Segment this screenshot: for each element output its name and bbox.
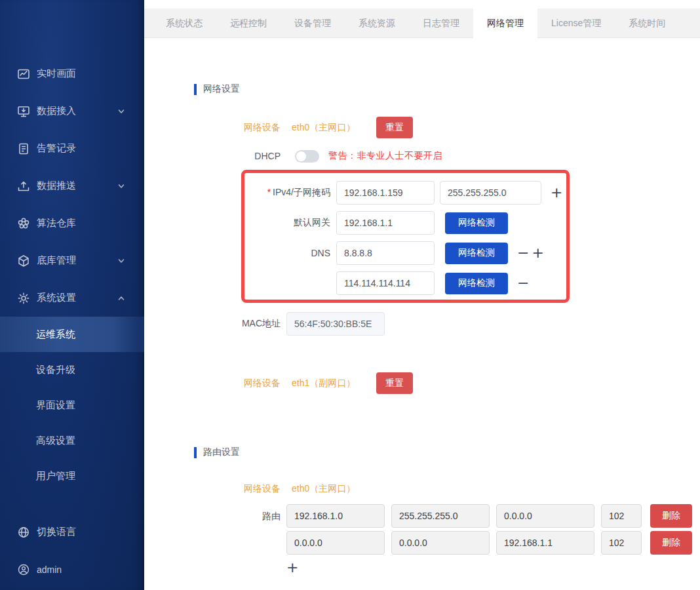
routing-device-value: eth0（主网口） bbox=[292, 483, 355, 495]
sidebar-item-label: 算法仓库 bbox=[37, 217, 76, 229]
sidebar-item-label: 实时画面 bbox=[37, 68, 76, 80]
sidebar-subitem-device-upgrade[interactable]: 设备升级 bbox=[0, 352, 144, 387]
tab-log-management[interactable]: 日志管理 bbox=[409, 9, 473, 37]
route1-metric-input[interactable] bbox=[601, 504, 642, 528]
route1-destination-input[interactable] bbox=[286, 504, 385, 528]
remove-dns2-icon[interactable]: − bbox=[517, 276, 529, 290]
sidebar-item-algorithm-repo[interactable]: 算法仓库 bbox=[0, 205, 144, 242]
annotation-highlight-box: *IPv4/子网掩码 + 默认网关 网络检测 DNS 网络检测 − + 网络检测 bbox=[241, 170, 570, 303]
sidebar-item-realtime[interactable]: 实时画面 bbox=[0, 55, 144, 92]
add-ip-icon[interactable]: + bbox=[551, 186, 562, 200]
section-title-accent-bar bbox=[194, 84, 197, 95]
sidebar-subitem-ui-settings[interactable]: 界面设置 bbox=[0, 387, 144, 423]
device-label: 网络设备 bbox=[194, 483, 281, 495]
section-title-accent-bar bbox=[194, 447, 197, 458]
mac-address-input bbox=[286, 312, 385, 336]
sidebar-subitem-label: 运维系统 bbox=[36, 328, 75, 341]
dns2-input[interactable] bbox=[336, 271, 435, 295]
sidebar-item-switch-language[interactable]: 切换语言 bbox=[0, 513, 144, 551]
tab-remote-control[interactable]: 远程控制 bbox=[216, 9, 281, 37]
chevron-down-icon bbox=[117, 182, 126, 191]
alarm-records-icon bbox=[17, 142, 30, 155]
sidebar-item-data-access[interactable]: 数据接入 bbox=[0, 92, 144, 130]
dns1-input[interactable] bbox=[336, 241, 435, 265]
sidebar-item-base-library[interactable]: 底库管理 bbox=[0, 242, 144, 279]
route-row-2: 删除 bbox=[286, 531, 692, 555]
globe-icon bbox=[17, 526, 30, 539]
gateway-label: 默认网关 bbox=[244, 217, 330, 229]
sidebar-item-label: 底库管理 bbox=[37, 254, 76, 267]
settings-gear-icon bbox=[17, 292, 30, 305]
route-label: 路由 bbox=[194, 504, 281, 528]
mac-row: MAC地址 bbox=[194, 312, 700, 336]
dns1-network-detect-button[interactable]: 网络检测 bbox=[445, 243, 508, 264]
sidebar-item-label: 系统设置 bbox=[37, 292, 76, 304]
route2-delete-button[interactable]: 删除 bbox=[650, 531, 692, 555]
eth1-reset-button[interactable]: 重置 bbox=[376, 372, 413, 394]
sidebar-subitem-label: 高级设置 bbox=[36, 435, 75, 447]
route1-delete-button[interactable]: 删除 bbox=[650, 504, 692, 528]
tab-bar: 系统状态 远程控制 设备管理 系统资源 日志管理 网络管理 License管理 … bbox=[144, 9, 700, 38]
tab-system-time[interactable]: 系统时间 bbox=[615, 9, 679, 37]
eth0-device-value: eth0（主网口） bbox=[292, 122, 355, 134]
required-asterisk: * bbox=[267, 187, 271, 197]
ipv4-row: *IPv4/子网掩码 + bbox=[244, 181, 566, 205]
chevron-down-icon bbox=[117, 256, 126, 266]
ipv4-label: *IPv4/子网掩码 bbox=[244, 187, 330, 199]
sidebar-item-label: 切换语言 bbox=[37, 526, 76, 538]
eth0-device-row: 网络设备 eth0（主网口） 重置 bbox=[194, 117, 700, 138]
tab-device-management[interactable]: 设备管理 bbox=[281, 9, 345, 37]
route1-gateway-input[interactable] bbox=[496, 504, 594, 528]
ipv4-address-input[interactable] bbox=[336, 181, 435, 205]
gateway-network-detect-button[interactable]: 网络检测 bbox=[445, 212, 508, 234]
main-area: 系统状态 远程控制 设备管理 系统资源 日志管理 网络管理 License管理 … bbox=[144, 0, 700, 590]
sidebar-item-data-push[interactable]: 数据推送 bbox=[0, 167, 144, 205]
tab-license-management[interactable]: License管理 bbox=[537, 9, 615, 37]
sidebar-subitem-user-management[interactable]: 用户管理 bbox=[0, 458, 144, 494]
eth0-reset-button[interactable]: 重置 bbox=[376, 117, 413, 138]
route2-destination-input[interactable] bbox=[286, 531, 385, 555]
chevron-down-icon bbox=[117, 107, 126, 116]
sidebar-subitem-advanced-settings[interactable]: 高级设置 bbox=[0, 423, 144, 458]
device-label: 网络设备 bbox=[194, 122, 281, 134]
section-title-text: 路由设置 bbox=[203, 446, 240, 458]
tab-system-resources[interactable]: 系统资源 bbox=[345, 9, 409, 37]
route-table: 路由 删除 删除 bbox=[194, 504, 700, 555]
top-gap bbox=[144, 0, 700, 9]
eth1-device-value: eth1（副网口） bbox=[292, 378, 355, 389]
remove-dns-icon[interactable]: − bbox=[517, 246, 529, 260]
route1-mask-input[interactable] bbox=[391, 504, 490, 528]
sidebar-item-alarm-records[interactable]: 告警记录 bbox=[0, 130, 144, 167]
route2-mask-input[interactable] bbox=[391, 531, 490, 555]
gateway-input[interactable] bbox=[336, 211, 435, 235]
sidebar-subitem-ops-system[interactable]: 运维系统 bbox=[0, 317, 144, 352]
tab-system-status[interactable]: 系统状态 bbox=[152, 9, 216, 37]
sidebar: 实时画面 数据接入 告警记录 bbox=[0, 0, 144, 590]
dns-label: DNS bbox=[244, 248, 330, 258]
sidebar-item-label: 数据接入 bbox=[37, 105, 76, 117]
subnet-mask-input[interactable] bbox=[440, 181, 541, 205]
network-management-panel: 网络设置 网络设备 eth0（主网口） 重置 DHCP 警告：非专业人士不要开启… bbox=[144, 38, 700, 590]
section-title-text: 网络设置 bbox=[203, 83, 240, 95]
dhcp-toggle-switch[interactable] bbox=[295, 150, 319, 163]
sidebar-item-admin-account[interactable]: admin bbox=[0, 551, 144, 588]
add-route-icon[interactable]: + bbox=[286, 560, 298, 575]
dns-row-2: 网络检测 − bbox=[244, 271, 566, 295]
route2-metric-input[interactable] bbox=[601, 531, 642, 555]
sidebar-item-system-settings[interactable]: 系统设置 bbox=[0, 279, 144, 317]
gateway-row: 默认网关 网络检测 bbox=[244, 211, 566, 235]
dhcp-label: DHCP bbox=[194, 151, 281, 161]
routing-settings-section-title: 路由设置 bbox=[194, 446, 700, 458]
mac-label: MAC地址 bbox=[194, 318, 281, 330]
tab-network-management[interactable]: 网络管理 bbox=[473, 9, 537, 39]
dns2-network-detect-button[interactable]: 网络检测 bbox=[445, 273, 508, 294]
dns-row-1: DNS 网络检测 − + bbox=[244, 241, 566, 265]
device-label: 网络设备 bbox=[194, 378, 281, 389]
chevron-up-icon bbox=[117, 294, 126, 303]
route2-gateway-input[interactable] bbox=[496, 531, 594, 555]
sidebar-subitem-label: 界面设置 bbox=[36, 399, 75, 412]
dhcp-row: DHCP 警告：非专业人士不要开启 bbox=[194, 147, 700, 165]
add-dns-icon[interactable]: + bbox=[532, 246, 543, 260]
routing-device-row: 网络设备 eth0（主网口） bbox=[194, 483, 700, 495]
route-row-1: 删除 bbox=[286, 504, 692, 528]
